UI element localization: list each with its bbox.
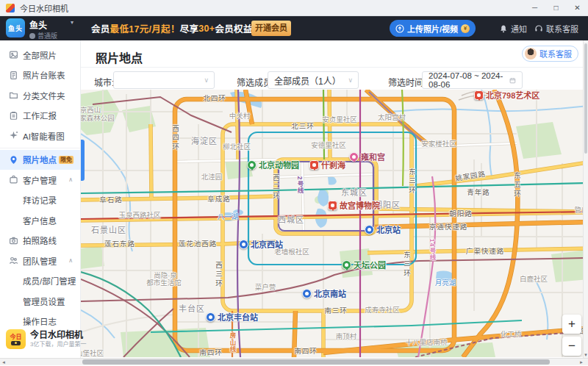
map-marker-station[interactable]: 北京丰台站 [206, 311, 258, 323]
sidebar-item-visit-records[interactable]: 拜访记录 [0, 190, 80, 211]
map-canvas[interactable]: 海淀区西城区东城区朝阳区石景山区丰台区京西山家森林公园中关村柳北社区安贞里社区太… [81, 90, 583, 357]
map-marker-station[interactable]: 北京南站 [302, 287, 346, 299]
support-pill-button[interactable]: 联系客服 [522, 46, 578, 62]
map-label: 西城区 [278, 213, 304, 225]
sidebar-item-photo-route[interactable]: 拍照路线 [0, 231, 80, 251]
promo-segment: 会员权益 [215, 21, 252, 35]
maximize-button[interactable]: □ [545, 0, 567, 16]
chevron-up-icon[interactable]: ∧ [68, 176, 73, 183]
map-label: 菜户营 [255, 281, 276, 292]
sidebar-item-member-dept[interactable]: 成员/部门管理 [0, 271, 80, 292]
plan-dot-icon [29, 33, 35, 39]
headset-icon [534, 24, 543, 33]
marker-label: 北京动物园 [259, 159, 299, 171]
map-label: 西四环 [170, 124, 180, 152]
zoom-out-button[interactable]: − [562, 337, 581, 356]
map-label: 玉泉西路社区 [118, 209, 160, 220]
map-label: 莲石东路 [104, 238, 135, 248]
map-marker-scenic[interactable]: 什刹海 [309, 159, 345, 171]
horizontal-scrollbar-thumb[interactable] [82, 359, 550, 365]
map-label: 柳北社区 [223, 141, 251, 151]
footer-app-name: 今日水印相机 [30, 330, 86, 341]
map-label: 东城区 [341, 186, 368, 198]
map-label: 安贞里社区 [322, 114, 357, 124]
sidebar-item-ai-view[interactable]: AI智能看图 [0, 126, 80, 146]
plan-label: 普通版 [37, 31, 57, 40]
map-label: 月亮湖 [435, 277, 456, 287]
notifications-button[interactable]: 通知 [499, 23, 527, 35]
map-label: 成寿寺社区 [365, 304, 400, 315]
map-marker-park[interactable]: 北京动物园 [247, 159, 299, 171]
sidebar-item-admin-settings[interactable]: 管理员设置 [0, 291, 80, 312]
close-button[interactable]: ✕ [567, 0, 588, 16]
map-label: 南三环 [324, 305, 348, 315]
map-label: 朝阳路 [449, 208, 473, 218]
sidebar-item-label: 照片地点 [23, 154, 57, 165]
sidebar-item-label: 管理员设置 [23, 295, 65, 307]
map-marker-temple[interactable]: 雍和宫 [349, 151, 385, 162]
date-range-input[interactable]: 2024-07-08 ~ 2024-08-06 [422, 71, 523, 89]
page-title: 照片地点 [96, 49, 143, 66]
horizontal-scrollbar[interactable]: ◄ ► [0, 358, 588, 365]
free-badge: 限免 [59, 156, 74, 164]
zoom-in-button[interactable]: + [562, 315, 581, 334]
photos-icon [9, 50, 19, 60]
scroll-right-arrow-icon[interactable]: ► [579, 359, 584, 365]
sidebar-item-label: 客户信息 [23, 215, 57, 226]
folder-icon [9, 90, 19, 101]
avatar[interactable]: 鱼头 [6, 18, 25, 37]
map-label: 化工桥 [501, 329, 522, 339]
window-title: 今日水印相机 [20, 2, 68, 14]
city-select[interactable]: ∨ [113, 71, 215, 89]
map-label: 北三环 [291, 121, 315, 131]
calendar-icon [509, 76, 516, 85]
map-label: 南四环 [199, 347, 223, 357]
sidebar-item-folders[interactable]: 分类文件夹 [0, 85, 80, 106]
user-name[interactable]: 鱼头 [29, 18, 47, 31]
vertical-scrollbar[interactable]: ▼ [583, 40, 588, 358]
scroll-down-arrow-icon[interactable]: ▼ [584, 353, 588, 357]
sidebar-item-op-logs[interactable]: 操作日志 [0, 312, 80, 332]
vertical-scrollbar-thumb[interactable] [584, 43, 587, 154]
map-marker-station[interactable]: 北京站 [365, 223, 401, 235]
sidebar-item-work-report[interactable]: 工作汇报 [0, 106, 80, 126]
notifications-label: 通知 [511, 23, 527, 35]
station-pin-icon [239, 240, 248, 249]
sidebar-item-customer-info[interactable]: 客户信息 [0, 210, 80, 231]
open-membership-button[interactable]: 开通会员 [251, 21, 291, 36]
upload-button[interactable]: 上传照片/视频 ¥ [390, 20, 476, 37]
sidebar-item-customer-mgmt[interactable]: 客户管理∧ [0, 170, 80, 190]
minimize-button[interactable]: ─ [524, 0, 545, 16]
contact-support-button[interactable]: 联系客服 [534, 23, 578, 35]
sidebar-footer: 今日 今日水印相机 3亿下载，用户量第一 [6, 329, 86, 349]
map-label: 安家楼社区 [421, 138, 456, 148]
date-range-value: 2024-07-08 ~ 2024-08-06 [429, 71, 506, 89]
map-marker-station[interactable]: 北京西站 [239, 238, 283, 250]
map-marker-park[interactable]: 天坛公园 [342, 259, 386, 270]
map-marker-scenic[interactable]: 故宫博物院 [328, 199, 380, 211]
panel-collapse-handle[interactable] [81, 140, 85, 181]
chevron-down-icon[interactable]: ▾ [71, 19, 74, 26]
upload-icon [395, 24, 404, 33]
member-select[interactable]: 全部成员（1人） ∨ [268, 71, 359, 89]
map-label: 白鹿社区 [520, 273, 548, 284]
app-window: 今日水印相机 ─□✕ 鱼头 鱼头 ▾ 普通版 会员最低17元/月起！ 尽享30+… [0, 0, 588, 366]
chevron-up-icon[interactable]: ∧ [68, 257, 73, 264]
membership-promo: 会员最低17元/月起！ 尽享30+会员权益 [91, 16, 253, 40]
support-label: 联系客服 [546, 23, 578, 35]
marker-label: 什刹海 [321, 159, 345, 171]
sidebar-item-label: 操作日志 [23, 315, 57, 327]
map-label: 莲花池西路 [179, 238, 218, 248]
map-marker-scenic[interactable]: 北京798艺术区 [474, 90, 539, 101]
map-label: 西二环 [270, 173, 281, 201]
sidebar-item-team-mgmt[interactable]: 团队管理∧ [0, 251, 80, 271]
sidebar-item-label: 成员/部门管理 [23, 275, 76, 287]
scroll-left-arrow-icon[interactable]: ◄ [1, 359, 6, 365]
sidebar-item-photo-location[interactable]: 照片地点限免 [0, 150, 80, 171]
promo-segment: 尽享 [180, 21, 199, 35]
park-pin-icon [247, 160, 257, 170]
sidebar-item-all-photos[interactable]: 全部照片 [0, 45, 80, 65]
map-roads-graphic [81, 90, 583, 357]
sidebar-item-photo-ledger[interactable]: 照片台账表 [0, 65, 80, 86]
map-label: 广渠快速路 [466, 245, 505, 256]
